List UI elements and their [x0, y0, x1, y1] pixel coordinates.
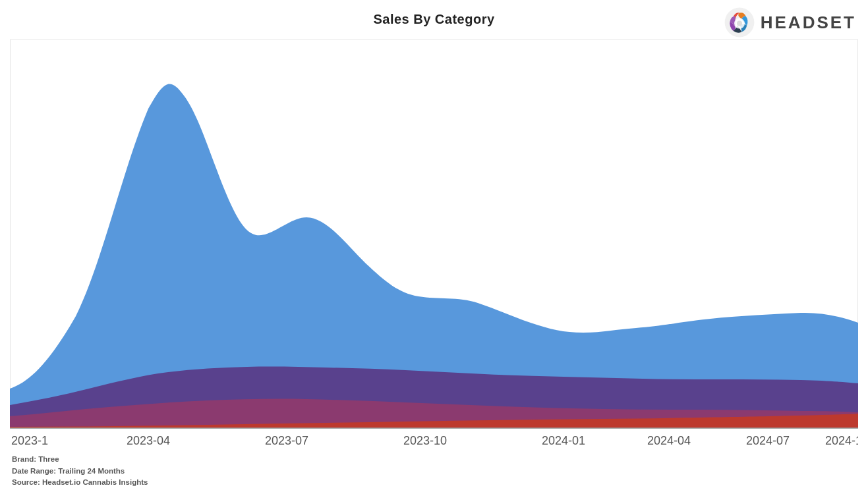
logo-area: HEADSET — [724, 7, 856, 38]
svg-point-2 — [737, 21, 742, 26]
brand-value: Three — [38, 455, 59, 463]
svg-text:2024-07: 2024-07 — [746, 434, 790, 447]
footer-info: Brand: Three Date Range: Trailing 24 Mon… — [12, 454, 148, 488]
chart-area: 2023-1 2023-04 2023-07 2023-10 2024-01 2… — [10, 40, 858, 452]
brand-info: Brand: Three — [12, 454, 148, 465]
svg-text:2024-01: 2024-01 — [542, 434, 585, 447]
svg-text:2023-1: 2023-1 — [11, 434, 48, 447]
source-info: Source: Headset.io Cannabis Insights — [12, 477, 148, 488]
chart-container: Sales By Category HEADSET — [0, 0, 868, 492]
svg-text:2023-07: 2023-07 — [265, 434, 308, 447]
source-value: Headset.io Cannabis Insights — [42, 478, 148, 486]
logo-text: HEADSET — [761, 13, 856, 33]
date-range-label: Date Range: — [12, 467, 56, 475]
headset-logo-icon — [724, 7, 755, 38]
svg-text:2023-04: 2023-04 — [127, 434, 170, 447]
chart-svg: 2023-1 2023-04 2023-07 2023-10 2024-01 2… — [10, 40, 858, 452]
date-range-value: Trailing 24 Months — [58, 467, 125, 475]
brand-label: Brand: — [12, 455, 36, 463]
source-label: Source: — [12, 478, 40, 486]
svg-text:2024-04: 2024-04 — [647, 434, 691, 447]
date-range-info: Date Range: Trailing 24 Months — [12, 466, 148, 477]
svg-text:2023-10: 2023-10 — [403, 434, 447, 447]
svg-text:2024-10: 2024-10 — [825, 434, 858, 447]
